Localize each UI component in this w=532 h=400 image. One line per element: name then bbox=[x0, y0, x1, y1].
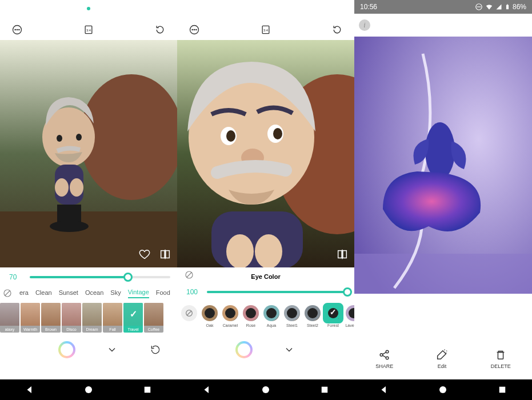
gallery-viewer-pane: 10:56 86% i bbox=[354, 0, 532, 400]
filter-dream[interactable]: Dream bbox=[82, 303, 102, 333]
svg-line-47 bbox=[187, 311, 191, 315]
filter-category-tabs: eraCleanSunsetOceanSkyVintageFoodColor bbox=[0, 286, 177, 301]
filter-alaxy[interactable]: alaxy bbox=[0, 303, 19, 333]
delete-button[interactable]: DELETE bbox=[491, 349, 511, 369]
aspect-ratio-icon[interactable]: 3:4 bbox=[82, 23, 95, 37]
lens-caramel[interactable]: Caramel bbox=[221, 303, 240, 333]
svg-line-61 bbox=[382, 355, 386, 358]
status-spacer bbox=[0, 0, 177, 19]
category-tab-ocean[interactable]: Ocean bbox=[85, 289, 103, 298]
compare-icon[interactable] bbox=[159, 248, 171, 263]
bottom-tool-row bbox=[177, 337, 354, 362]
nav-back-icon[interactable] bbox=[202, 385, 212, 395]
share-button[interactable]: SHARE bbox=[375, 349, 393, 369]
svg-point-34 bbox=[226, 130, 235, 142]
svg-point-48 bbox=[262, 386, 269, 393]
svg-point-22 bbox=[85, 386, 92, 393]
nav-recent-icon[interactable] bbox=[497, 385, 507, 395]
lens-swatch-strip[interactable]: OakCaramelRoseAquaSteel1Steel2ForestLave… bbox=[177, 301, 354, 337]
category-tab-food[interactable]: Food bbox=[156, 289, 170, 298]
delete-label: DELETE bbox=[491, 363, 511, 369]
filter-disco[interactable]: Disco bbox=[62, 303, 81, 333]
info-icon[interactable]: i bbox=[359, 19, 370, 31]
dnd-icon bbox=[475, 3, 483, 11]
nav-recent-icon[interactable] bbox=[319, 385, 330, 395]
svg-rect-23 bbox=[145, 387, 151, 393]
svg-point-36 bbox=[273, 128, 282, 139]
svg-text:3:4: 3:4 bbox=[86, 29, 91, 32]
svg-point-13 bbox=[55, 178, 69, 197]
svg-line-21 bbox=[5, 291, 10, 296]
edit-button[interactable]: Edit bbox=[435, 349, 448, 369]
betta-fish-photo bbox=[354, 37, 532, 294]
collapse-icon[interactable] bbox=[282, 343, 296, 357]
preview-photo[interactable] bbox=[0, 40, 177, 267]
reset-filter-icon[interactable] bbox=[2, 288, 13, 298]
nav-back-icon[interactable] bbox=[25, 385, 35, 395]
status-spacer bbox=[177, 0, 354, 19]
favorite-icon[interactable] bbox=[138, 248, 151, 263]
aspect-ratio-icon[interactable]: 3:4 bbox=[259, 23, 273, 37]
filter-travel[interactable]: Travel bbox=[123, 303, 143, 333]
category-tab-sky[interactable]: Sky bbox=[110, 289, 121, 298]
svg-line-45 bbox=[187, 273, 192, 278]
lens-lavender[interactable]: Lavender bbox=[344, 303, 354, 333]
refresh-icon[interactable] bbox=[149, 343, 162, 357]
filter-brown[interactable]: Brown bbox=[41, 303, 61, 333]
lens-rose[interactable]: Rose bbox=[241, 303, 261, 333]
rotate-icon[interactable] bbox=[153, 23, 167, 37]
svg-rect-17 bbox=[161, 251, 165, 258]
nav-home-icon[interactable] bbox=[438, 385, 448, 395]
category-tab-sunset[interactable]: Sunset bbox=[59, 289, 78, 298]
slider-value: 100 bbox=[186, 288, 202, 296]
svg-rect-62 bbox=[498, 352, 503, 359]
preview-photo[interactable] bbox=[177, 40, 354, 267]
svg-point-10 bbox=[57, 135, 62, 142]
viewer-photo[interactable] bbox=[354, 37, 532, 294]
svg-rect-41 bbox=[338, 251, 342, 258]
svg-point-16 bbox=[50, 221, 89, 232]
color-wheel-icon[interactable] bbox=[58, 341, 75, 358]
edit-label: Edit bbox=[438, 363, 447, 369]
wifi-icon bbox=[485, 3, 493, 11]
color-wheel-icon[interactable] bbox=[235, 341, 253, 358]
filter-warmth[interactable]: Warmth bbox=[21, 303, 40, 333]
svg-point-63 bbox=[439, 386, 446, 393]
lens-aqua[interactable]: Aqua bbox=[262, 303, 281, 333]
intensity-slider[interactable] bbox=[207, 291, 347, 293]
photo-overlay-controls bbox=[138, 248, 171, 263]
svg-rect-52 bbox=[506, 5, 509, 10]
lens-forest[interactable]: Forest bbox=[323, 303, 343, 333]
category-tab-vintage[interactable]: Vintage bbox=[128, 289, 149, 298]
trash-icon bbox=[494, 349, 507, 361]
rotate-icon[interactable] bbox=[330, 23, 344, 37]
svg-point-40 bbox=[255, 234, 282, 267]
lens-steel1[interactable]: Steel1 bbox=[282, 303, 302, 333]
lens-none[interactable] bbox=[179, 303, 199, 333]
lens-oak[interactable]: Oak bbox=[200, 303, 219, 333]
share-icon bbox=[378, 349, 391, 361]
reset-effect-icon[interactable] bbox=[184, 270, 194, 280]
lens-steel2[interactable]: Steel2 bbox=[303, 303, 322, 333]
svg-point-1 bbox=[15, 29, 15, 30]
nav-back-icon[interactable] bbox=[379, 385, 389, 395]
filter-coffee[interactable]: Coffee bbox=[144, 303, 163, 333]
category-tab-era[interactable]: era bbox=[19, 289, 29, 298]
photo-overlay-controls bbox=[336, 248, 349, 263]
svg-rect-49 bbox=[322, 387, 328, 393]
category-tab-clean[interactable]: Clean bbox=[35, 289, 52, 298]
filter-fall[interactable]: Fall bbox=[103, 303, 122, 333]
collapse-icon[interactable] bbox=[105, 343, 119, 357]
android-nav-bar bbox=[354, 379, 532, 400]
intensity-slider[interactable] bbox=[30, 276, 170, 278]
more-options-icon[interactable] bbox=[187, 23, 201, 37]
compare-icon[interactable] bbox=[336, 248, 349, 263]
nav-home-icon[interactable] bbox=[261, 385, 271, 395]
svg-rect-53 bbox=[507, 4, 508, 5]
nav-home-icon[interactable] bbox=[83, 385, 94, 395]
filter-thumbnails-strip[interactable]: alaxyWarmthBrownDiscoDreamFallTravelCoff… bbox=[0, 301, 177, 337]
nav-recent-icon[interactable] bbox=[142, 385, 153, 395]
section-header-row: Eye Color bbox=[177, 267, 354, 282]
svg-point-11 bbox=[76, 134, 82, 141]
more-options-icon[interactable] bbox=[10, 23, 24, 37]
